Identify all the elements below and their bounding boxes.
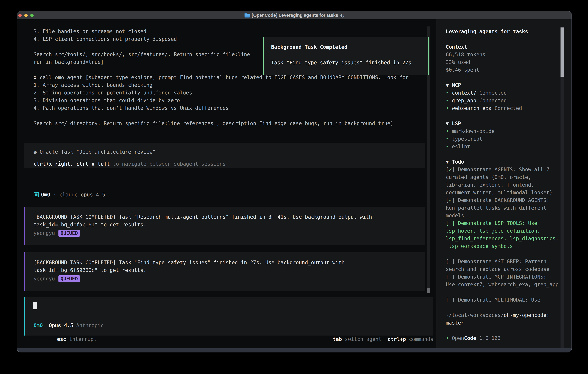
interrupt-hint: ········· esc interrupt [24,335,97,343]
text-cursor [33,302,37,309]
message-lines: [BACKGROUND TASK COMPLETED] Task "Find t… [33,259,425,274]
text-line: ▼ MCP [446,82,559,89]
background-task-message-1: [BACKGROUND TASK COMPLETED] Task "Resear… [24,207,425,245]
text-line: lsp_hover, lsp_goto_definition, [446,227,559,235]
text-line [446,112,559,120]
text-line [446,288,559,296]
chat-scrollbar-thumb[interactable] [427,288,430,293]
text-line: Use context7, websearch_exa, grep_app [446,281,559,288]
text-line: 4. Path operations that don't handle Win… [33,104,409,112]
text-line: curated agents (OmO, oracle, [446,173,559,181]
user-label: yeongyu [33,275,55,283]
text-line: [✓] Demonstrate BACKGROUND AGENTS: [446,197,559,204]
sidebar-scrollbar-thumb[interactable] [560,28,564,77]
agent-header: OmO · claude-opus-4-5 [33,191,105,198]
text-line: lsp_find_references, lsp_diagnostics, [446,235,559,242]
text-line: [✓] Demonstrate AGENTS: Show all 7 [446,166,559,173]
message-footer: yeongyu QUEUED [33,229,425,237]
text-line [446,250,559,258]
text-line: master [446,319,559,327]
text-line [446,35,559,43]
screen: { "window": { "title": "[OpenCode] Lever… [0,0,588,374]
status-bar: ········· esc interrupt tab switch agent… [24,335,433,343]
text-line: Leveraging agents for tasks [446,28,559,35]
text-line: 33% used [446,58,559,66]
text-line: lsp_workspace_symbols [446,242,559,250]
text-line: 66,518 tokens [446,51,559,58]
message-lines: [BACKGROUND TASK COMPLETED] Task "Resear… [33,213,425,229]
text-line: • markdown-oxide [446,127,559,135]
text-line: ▼ Todo [446,158,559,166]
text-line: • grep_app Connected [446,97,559,104]
text-line: 1. Array access without bounds checking [33,81,409,89]
opencode-window: [OpenCode] Leveraging agents for tasks ◐… [17,11,572,353]
traffic-lights [18,11,33,19]
keybind-hints: tab switch agent ctrl+p commands [333,335,433,343]
text-line: • OpenCode 1.0.163 [446,334,559,342]
close-button[interactable] [18,14,22,17]
zoom-button[interactable] [30,14,33,17]
text-line: • typescript [446,135,559,143]
text-line: task_id="bg_dcfac161" to get results. [33,221,425,229]
session-state-icon: ◐ [340,13,344,18]
omo-agent-icon [33,192,39,197]
queued-badge: QUEUED [58,275,80,282]
text-line: models [446,212,559,219]
text-line: Search src/ directory. Return specific f… [33,120,409,127]
window-bottom-bar [17,348,571,352]
toast-title: Background Task Completed [271,44,347,50]
sidebar-content: Leveraging agents for tasks Context66,51… [446,19,559,342]
text-line: document-writer, multimodal-looker) [446,189,559,197]
prompt-input[interactable]: OmO Opus 4.5 Anthropic [24,297,433,335]
agent-header-text: OmO · claude-opus-4-5 [41,191,105,198]
text-line: librarian, explore, frontend, [446,181,559,189]
window-title-text: [OpenCode] Leveraging agents for tasks [252,13,338,18]
text-line: 3. Division operations that could divide… [33,97,409,104]
text-line [446,150,559,158]
model-info: OmO Opus 4.5 Anthropic [33,322,104,329]
text-line: [BACKGROUND TASK COMPLETED] Task "Resear… [33,213,425,221]
text-line: 3. File handles or streams not closed [33,28,409,35]
chat-area: 3. File handles or streams not closed4. … [17,19,436,348]
text-line [446,74,559,82]
text-line: [ ] Demonstrate AST-GREP: Pattern [446,258,559,265]
text-line: Run parallel tasks with different [446,204,559,212]
text-line: [ ] Demonstrate LSP TOOLS: Use [446,219,559,227]
sidebar-scrollbar-track[interactable] [560,27,564,349]
titlebar: [OpenCode] Leveraging agents for tasks ◐ [17,11,571,20]
text-line: search and replace across codebase [446,265,559,273]
message-footer: yeongyu QUEUED [33,275,425,283]
text-line: • context7 Connected [446,89,559,97]
window-title: [OpenCode] Leveraging agents for tasks ◐ [244,13,344,18]
text-line: • eslint [446,143,559,150]
folder-icon [244,14,250,18]
oracle-task-hint: ctrl+x right, ctrl+x left to navigate be… [33,160,425,168]
text-line: • websearch_exa Connected [446,104,559,112]
text-line [446,327,559,334]
queued-badge: QUEUED [58,230,80,237]
text-line [33,112,409,120]
text-line: $0.46 spent [446,66,559,74]
background-task-message-2: [BACKGROUND TASK COMPLETED] Task "Find t… [24,252,425,291]
text-line [446,304,559,311]
oracle-task-panel: ◉ Oracle Task "Deep architecture review"… [24,143,425,168]
sidebar: Leveraging agents for tasks Context66,51… [436,19,571,348]
oracle-task-title: ◉ Oracle Task "Deep architecture review" [33,148,425,156]
text-line: ~/local-workspaces/oh-my-opencode: [446,311,559,319]
text-line: [BACKGROUND TASK COMPLETED] Task "Find t… [33,259,425,266]
text-line: 2. String operations on potentially unde… [33,89,409,97]
toast-notification: Background Task Completed Task "Find typ… [263,37,429,75]
text-line: task_id="bg_6f59260c" to get results. [33,266,425,274]
text-line: [ ] Demonstrate MULTIMODAL: Use [446,296,559,304]
text-line: [ ] Demonstrate MCP INTEGRATIONS: [446,273,559,281]
toast-body: Task "Find type safety issues" finished … [271,60,414,65]
text-line: ▼ LSP [446,120,559,127]
user-label: yeongyu [33,229,55,237]
text-line: Context [446,43,559,51]
minimize-button[interactable] [24,14,28,17]
